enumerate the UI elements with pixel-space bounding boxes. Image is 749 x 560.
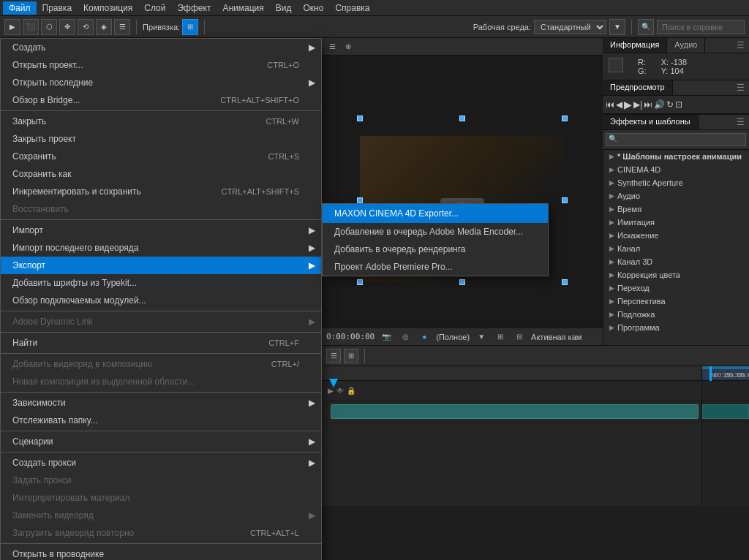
workspace-select[interactable]: Стандартный	[534, 20, 606, 34]
menu-item-import[interactable]: Импорт ▶	[1, 222, 321, 239]
menu-item-typekit[interactable]: Добавить шрифты из Typekit...	[1, 274, 321, 292]
submenu-item-render-queue[interactable]: Добавить в очередь рендеринга	[323, 241, 548, 258]
track-1-eye[interactable]: 👁	[336, 387, 344, 395]
menu-item-increment-save[interactable]: Инкрементировать и сохранить CTRL+ALT+SH…	[1, 183, 321, 200]
effects-category-audio[interactable]: ▶ Аудио	[603, 189, 749, 203]
menu-item-plugins[interactable]: Обзор подключаемых модулей...	[1, 292, 321, 309]
menu-item-open-recent[interactable]: Открыть последние ▶	[1, 74, 321, 91]
preview-audio-btn[interactable]: 🔊	[654, 99, 665, 110]
tab-effects[interactable]: Эффекты и шаблоны	[603, 115, 699, 129]
menu-item-create-proxy[interactable]: Создать прокси ▶	[1, 454, 321, 472]
effects-category-channel[interactable]: ▶ Канал	[603, 242, 749, 255]
tab-preview[interactable]: Предпросмотр	[603, 80, 673, 95]
effects-category-perspective[interactable]: ▶ Перспектива	[603, 295, 749, 308]
menu-layer[interactable]: Слой	[138, 1, 171, 15]
color-icon[interactable]: ●	[417, 330, 432, 344]
toolbar-btn-7[interactable]: ☰	[114, 19, 130, 35]
search-icon[interactable]: 🔍	[638, 19, 654, 35]
toolbar-btn-6[interactable]: ◈	[96, 19, 112, 35]
menu-item-import-last[interactable]: Импорт последнего видеоряда ▶	[1, 239, 321, 257]
menu-view[interactable]: Вид	[270, 1, 298, 15]
menu-item-create[interactable]: Создать ▶	[1, 39, 321, 56]
menu-composition[interactable]: Композиция	[78, 1, 138, 15]
effects-category-colorcorrection[interactable]: ▶ Коррекция цвета	[603, 268, 749, 281]
preview-fullscreen-btn[interactable]: ⊡	[675, 99, 682, 110]
menu-edit[interactable]: Правка	[37, 1, 78, 15]
comp-btn-hamburger[interactable]: ☰	[325, 40, 339, 53]
effects-category-distort[interactable]: ▶ Искажение	[603, 229, 749, 242]
effects-panel-menu[interactable]: ☰	[732, 115, 749, 129]
menu-item-reveal[interactable]: Открыть в проводнике	[1, 545, 321, 560]
menu-item-close[interactable]: Закрыть CTRL+W	[1, 113, 321, 130]
handle-br[interactable]	[562, 279, 568, 285]
workspace-btn[interactable]: ▼	[609, 19, 625, 35]
menu-item-export[interactable]: Экспорт ▶	[1, 257, 321, 274]
quality-dropdown[interactable]: ▼	[474, 330, 489, 344]
toolbar-btn-5[interactable]: ⟲	[78, 19, 94, 35]
effects-category-audio-label: Аудио	[617, 192, 640, 200]
effects-search-input[interactable]	[606, 133, 746, 146]
effects-category-matte[interactable]: ▶ Подложка	[603, 308, 749, 321]
preview-panel-menu[interactable]: ☰	[732, 80, 749, 95]
panel-menu-icon[interactable]: ☰	[732, 38, 749, 53]
effects-category-time[interactable]: ▶ Время	[603, 203, 749, 216]
search-input[interactable]	[657, 20, 745, 34]
submenu-item-cinema4d[interactable]: MAXON CINEMA 4D Exporter...	[323, 204, 548, 223]
camera-icon[interactable]: 📷	[379, 330, 394, 344]
effects-category-transition[interactable]: ▶ Переход	[603, 281, 749, 295]
menu-file[interactable]: Файл	[3, 1, 37, 15]
motion-icon[interactable]: ◎	[398, 330, 413, 344]
preview-next-btn[interactable]: ▶|	[633, 99, 642, 110]
menu-item-scripts[interactable]: Сценарии ▶	[1, 433, 321, 450]
comp-btn-magnify[interactable]: ⊕	[341, 40, 355, 53]
menu-help[interactable]: Справка	[329, 1, 375, 15]
menu-window[interactable]: Окно	[297, 1, 329, 15]
submenu-item-premiere[interactable]: Проект Adobe Premiere Pro...	[323, 258, 548, 276]
preview-first-btn[interactable]: ⏮	[606, 99, 614, 110]
menu-item-save[interactable]: Сохранить CTRL+S	[1, 148, 321, 165]
effects-category-channel3d[interactable]: ▶ Канал 3D	[603, 255, 749, 268]
menu-item-close-project[interactable]: Закрыть проект	[1, 130, 321, 148]
handle-r[interactable]	[562, 197, 568, 203]
preview-prev-btn[interactable]: ◀	[616, 99, 622, 110]
timeline-btn-1[interactable]: ☰	[326, 349, 341, 363]
menu-item-save-as[interactable]: Сохранить как	[1, 165, 321, 183]
tab-info[interactable]: Информация	[603, 38, 667, 53]
view-btn[interactable]: ⊟	[512, 330, 527, 344]
handle-b[interactable]	[459, 279, 465, 285]
handle-tl[interactable]	[357, 116, 363, 121]
handle-l[interactable]	[357, 197, 363, 203]
menu-item-bridge[interactable]: Обзор в Bridge... CTRL+ALT+SHIFT+O	[1, 91, 321, 109]
triangle-icon-11: ▶	[609, 284, 614, 292]
tab-audio[interactable]: Аудио	[667, 38, 705, 53]
menu-item-dependencies[interactable]: Зависимости ▶	[1, 394, 321, 412]
timeline-clip-right[interactable]	[702, 404, 749, 419]
toolbar-btn-4[interactable]: ✥	[59, 19, 75, 35]
preview-play-btn[interactable]: ▶	[624, 99, 632, 110]
menu-item-open[interactable]: Открыть проект... CTRL+O	[1, 56, 321, 74]
timeline-clip-1[interactable]	[331, 404, 699, 419]
toolbar-btn-3[interactable]: ⬡	[41, 19, 57, 35]
toolbar-btn-1[interactable]: ▶	[4, 19, 20, 35]
snap-btn[interactable]: ⊞	[182, 19, 198, 35]
effects-category-animation-presets[interactable]: ▶ * Шаблоны настроек анимации	[603, 150, 749, 163]
effects-category-obsolete[interactable]: ▶ Программа	[603, 321, 749, 334]
effects-category-simulation[interactable]: ▶ Имитация	[603, 216, 749, 229]
handle-tr[interactable]	[562, 116, 568, 121]
handle-t[interactable]	[459, 116, 465, 121]
submenu-item-media-encoder[interactable]: Добавление в очередь Adobe Media Encoder…	[323, 223, 548, 241]
preview-loop-btn[interactable]: ↻	[666, 99, 674, 110]
track-1-lock[interactable]: 🔒	[347, 387, 355, 395]
timeline-btn-2[interactable]: ⊞	[344, 349, 358, 363]
preview-last-btn[interactable]: ⏭	[644, 99, 652, 110]
menu-animation[interactable]: Анимация	[217, 1, 269, 15]
effects-category-cinema4d[interactable]: ▶ CINEMA 4D	[603, 163, 749, 176]
menu-effect[interactable]: Эффект	[171, 1, 217, 15]
effects-category-synthetic[interactable]: ▶ Synthetic Aperture	[603, 176, 749, 189]
menu-item-find[interactable]: Найти CTRL+F	[1, 334, 321, 352]
menu-item-watch-folder[interactable]: Отслеживать папку...	[1, 412, 321, 429]
handle-bl[interactable]	[357, 279, 363, 285]
grid-btn[interactable]: ⊞	[493, 330, 508, 344]
toolbar-btn-2[interactable]: ⬛	[23, 19, 39, 35]
track-1-expand[interactable]: ▶	[328, 387, 334, 395]
